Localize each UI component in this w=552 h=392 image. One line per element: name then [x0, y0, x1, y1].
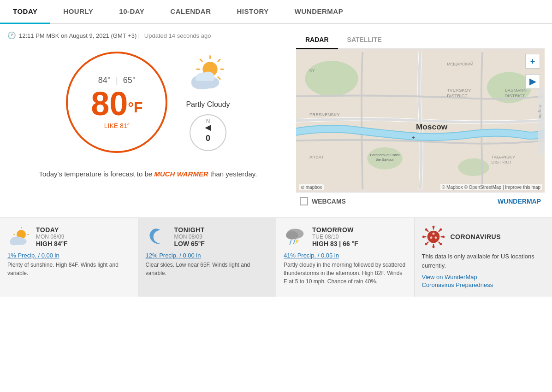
map-controls: + ▶: [525, 54, 540, 89]
datetime-gmt: (GMT +3): [109, 32, 137, 39]
clock-icon: 🕐: [7, 31, 16, 40]
svg-text:+: +: [411, 134, 415, 141]
bottom-cards: TODAY MON 08/09 HIGH 84°F 1% Precip. / 0…: [0, 217, 552, 297]
svg-point-67: [430, 236, 432, 239]
map-tab-satellite[interactable]: SATELLITE: [338, 31, 391, 49]
map-play-button[interactable]: ▶: [525, 74, 540, 89]
separator: |: [137, 32, 142, 39]
svg-point-49: [427, 231, 439, 243]
tab-today[interactable]: TODAY: [0, 0, 50, 24]
svg-rect-44: [11, 240, 24, 245]
svg-text:DISTRICT: DISTRICT: [447, 93, 467, 98]
map-svg: KY МЕЩАНСКИЙ TVERSKOY DISTRICT BASMANN D…: [296, 49, 545, 192]
map-bottom-bar: WEBCAMS WUNDERMAP: [296, 192, 545, 210]
svg-line-47: [290, 240, 291, 245]
weather-display: 84° | 65° 80°F LIKE 81°: [7, 47, 289, 158]
tomorrow-card: TOMORROW TUE 08/10 HIGH 83 | 66 °F 41% P…: [276, 218, 415, 297]
coronavirus-title: CORONAVIRUS: [451, 233, 501, 240]
svg-text:Moscow: Moscow: [416, 122, 448, 131]
svg-line-7: [218, 59, 220, 62]
forecast-suffix: than yesterday.: [210, 170, 257, 178]
partly-cloudy-icon: [187, 53, 229, 95]
map-attribution: © Mapbox © OpenStreetMap | Improve this …: [440, 184, 542, 190]
map-container: KY МЕЩАНСКИЙ TVERSKOY DISTRICT BASMANN D…: [296, 49, 545, 192]
tab-hourly[interactable]: HOURLY: [50, 0, 106, 24]
tonight-card-icon: [146, 225, 169, 248]
left-panel: 🕐 12:11 PM MSK on August 9, 2021 (GMT +3…: [7, 31, 289, 210]
wundermap-corona-link[interactable]: View on WunderMap: [422, 274, 545, 281]
tab-wundermap[interactable]: WUNDERMAP: [282, 0, 356, 24]
condition-panel: Partly Cloudy N ◄ 0: [186, 53, 230, 151]
updated-text: Updated 14 seconds ago: [144, 32, 211, 39]
map-zoom-in-button[interactable]: +: [525, 54, 540, 69]
tonight-card-header: TONIGHT MON 08/09 LOW 65°F: [146, 225, 269, 248]
svg-line-5: [200, 59, 202, 62]
today-precip[interactable]: 1% Precip. / 0.00 in: [7, 252, 131, 259]
webcams-checkbox[interactable]: [300, 197, 308, 205]
svg-text:DISTRICT: DISTRICT: [492, 159, 512, 164]
coronavirus-card: CORONAVIRUS This data is only available …: [415, 218, 552, 297]
coronavirus-icon: [422, 225, 445, 248]
forecast-text: Today's temperature is forecast to be MU…: [7, 169, 289, 180]
tomorrow-card-icon: [284, 225, 307, 248]
svg-point-62: [425, 228, 427, 231]
today-card: TODAY MON 08/09 HIGH 84°F 1% Precip. / 0…: [0, 218, 138, 297]
svg-text:KY: KY: [309, 68, 315, 73]
svg-point-58: [432, 226, 434, 228]
svg-text:the Saviour: the Saviour: [376, 158, 394, 162]
map-logo: ⊙ mapbox: [299, 184, 324, 190]
svg-text:TAGANSKY: TAGANSKY: [492, 154, 516, 159]
temp-unit: °F: [128, 99, 142, 116]
svg-rect-34: [538, 88, 545, 154]
coronavirus-card-header: CORONAVIRUS: [422, 225, 545, 248]
svg-text:МЕЩАНСКИЙ: МЕЩАНСКИЙ: [447, 61, 473, 66]
temp-main-row: 80°F: [91, 87, 142, 120]
tonight-title-block: TONIGHT MON 08/09 LOW 65°F: [174, 226, 205, 247]
svg-point-19: [458, 158, 489, 176]
compass-north-label: N: [206, 118, 210, 124]
corona-preparedness-link[interactable]: Coronavirus Preparedness: [422, 281, 545, 288]
svg-line-6: [218, 77, 220, 79]
coronavirus-title-block: CORONAVIRUS: [451, 233, 501, 240]
temp-high-low: 84° | 65°: [98, 76, 136, 85]
svg-rect-14: [193, 81, 216, 88]
svg-line-48: [294, 239, 295, 244]
map-tab-radar[interactable]: RADAR: [296, 31, 338, 49]
coronavirus-text: This data is only available for US locat…: [422, 252, 545, 270]
today-card-header: TODAY MON 08/09 HIGH 84°F: [7, 225, 131, 248]
svg-point-64: [439, 228, 442, 231]
right-panel: RADAR SATELLITE: [296, 31, 545, 210]
svg-point-60: [422, 236, 424, 238]
tomorrow-date: TUE 08/10: [312, 234, 358, 240]
svg-point-68: [434, 236, 437, 239]
tomorrow-title-block: TOMORROW TUE 08/10 HIGH 83 | 66 °F: [312, 226, 358, 247]
tonight-date: MON 08/09: [174, 234, 205, 240]
svg-text:BASMANN: BASMANN: [505, 88, 527, 93]
svg-text:TVERSKOY: TVERSKOY: [447, 88, 471, 93]
tomorrow-desc: Partly cloudy in the morning followed by…: [284, 261, 407, 286]
webcams-label: WEBCAMS: [300, 197, 346, 205]
tab-calendar[interactable]: CALENDAR: [157, 0, 224, 24]
svg-point-66: [432, 233, 434, 235]
wundermap-link[interactable]: WUNDERMAP: [498, 198, 541, 205]
navigation-tabs: TODAY HOURLY 10-DAY CALENDAR HISTORY WUN…: [0, 0, 552, 24]
svg-point-59: [432, 246, 434, 248]
tomorrow-precip[interactable]: 41% Precip. / 0.05 in: [284, 252, 407, 259]
coronavirus-links: View on WunderMap Coronavirus Preparedne…: [422, 274, 545, 288]
main-content: 🕐 12:11 PM MSK on August 9, 2021 (GMT +3…: [0, 24, 552, 210]
tab-history[interactable]: HISTORY: [224, 0, 281, 24]
tab-10day[interactable]: 10-DAY: [106, 0, 157, 24]
webcams-text: WEBCAMS: [312, 198, 346, 205]
tonight-precip[interactable]: 12% Precip. / 0.00 in: [146, 252, 269, 259]
svg-text:PRESNENSKY: PRESNENSKY: [309, 112, 340, 117]
tomorrow-temp: HIGH 83 | 66 °F: [312, 240, 358, 247]
wind-compass: N ◄ 0: [190, 114, 226, 151]
temp-separator: |: [116, 76, 118, 85]
tonight-title: TONIGHT: [174, 226, 205, 234]
temp-low: 65°: [123, 76, 136, 85]
tonight-card: TONIGHT MON 08/09 LOW 65°F 12% Precip. /…: [138, 218, 277, 297]
tomorrow-card-header: TOMORROW TUE 08/10 HIGH 83 | 66 °F: [284, 225, 407, 248]
svg-point-61: [442, 236, 445, 238]
today-title-block: TODAY MON 08/09 HIGH 84°F: [36, 226, 68, 247]
feels-like-value: 81°: [120, 122, 130, 129]
